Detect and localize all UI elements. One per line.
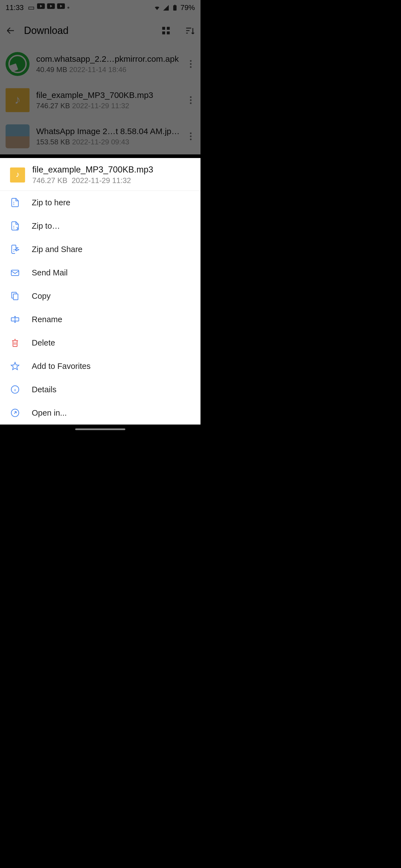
home-indicator[interactable] (75, 428, 125, 430)
navigation-bar (0, 425, 200, 434)
rename-icon (10, 314, 20, 324)
menu-label: Zip to here (32, 198, 70, 207)
context-menu-sheet: file_example_MP3_700KB.mp3 746.27 KB 202… (0, 158, 200, 425)
menu-delete[interactable]: Delete (0, 331, 200, 354)
sheet-file-name: file_example_MP3_700KB.mp3 (32, 165, 153, 175)
menu-label: Rename (32, 315, 62, 324)
menu-copy[interactable]: Copy (0, 284, 200, 308)
menu-details[interactable]: Details (0, 378, 200, 401)
menu-label: Details (32, 385, 57, 394)
menu-rename[interactable]: Rename (0, 308, 200, 331)
zip-icon (10, 197, 20, 208)
menu-zip-share[interactable]: Zip and Share (0, 238, 200, 261)
menu-label: Zip to… (32, 221, 60, 230)
info-icon (10, 384, 20, 395)
star-icon (10, 361, 20, 371)
menu-label: Add to Favorites (32, 362, 90, 371)
menu-add-favorites[interactable]: Add to Favorites (0, 354, 200, 378)
menu-zip-to[interactable]: Zip to… (0, 214, 200, 238)
zip-arrow-icon (10, 221, 20, 231)
menu-label: Delete (32, 338, 55, 347)
menu-label: Copy (32, 291, 51, 301)
delete-icon (10, 338, 20, 348)
mail-icon (10, 268, 20, 278)
menu-label: Zip and Share (32, 245, 82, 254)
copy-icon (10, 291, 20, 301)
external-link-icon (10, 408, 20, 418)
menu-zip-here[interactable]: Zip to here (0, 191, 200, 214)
menu-open-in[interactable]: Open in... (0, 401, 200, 425)
menu-label: Send Mail (32, 268, 68, 277)
sheet-header: file_example_MP3_700KB.mp3 746.27 KB 202… (0, 158, 200, 191)
zip-share-icon (10, 244, 20, 254)
svg-rect-6 (11, 270, 19, 276)
music-file-icon (10, 167, 25, 183)
menu-label: Open in... (32, 408, 67, 417)
menu-send-mail[interactable]: Send Mail (0, 261, 200, 284)
